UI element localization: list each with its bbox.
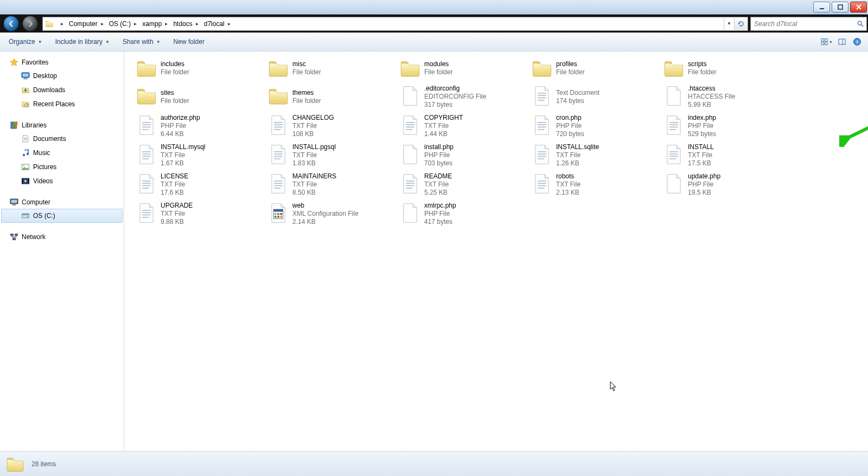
organize-button[interactable]: Organize▼ — [4, 35, 47, 48]
file-item[interactable]: MAINTAINERSTXT File8.50 KB — [265, 170, 397, 199]
share-with-button[interactable]: Share with▼ — [118, 35, 165, 48]
sidebar-libraries-header[interactable]: Libraries — [0, 119, 124, 132]
file-icon — [531, 85, 553, 107]
include-in-library-button[interactable]: Include in library▼ — [51, 35, 114, 48]
music-icon — [21, 149, 30, 157]
file-item[interactable]: scriptsFile folder — [660, 55, 792, 82]
file-type: TXT File — [161, 151, 205, 159]
file-icon — [531, 114, 553, 137]
address-bar[interactable]: ▸ Computer▸ OS (C:)▸ xampp▸ htdocs▸ d7lo… — [42, 17, 748, 31]
sidebar-network-header[interactable]: Network — [0, 230, 124, 243]
change-view-button[interactable]: ▼ — [820, 35, 833, 48]
new-folder-button[interactable]: New folder — [169, 35, 209, 48]
file-size: 5.99 KB — [688, 101, 735, 109]
file-name: xmlrpc.php — [424, 202, 456, 210]
file-item[interactable]: .editorconfigEDITORCONFIG File317 bytes — [397, 82, 528, 111]
folder-icon — [531, 57, 553, 80]
file-item[interactable]: cron.phpPHP File720 bytes — [528, 112, 660, 140]
file-item[interactable]: INSTALLTXT File17.5 KB — [660, 141, 792, 170]
sidebar-item-documents[interactable]: Documents — [1, 132, 123, 146]
file-item[interactable]: install.phpPHP File703 bytes — [397, 141, 528, 170]
chevron-right-icon: ▸ — [226, 21, 232, 27]
file-icon — [663, 114, 685, 137]
chevron-down-icon: ▼ — [105, 40, 110, 44]
navigation-bar: ▸ Computer▸ OS (C:)▸ xampp▸ htdocs▸ d7lo… — [0, 15, 868, 33]
sidebar-item-downloads[interactable]: Downloads — [1, 83, 123, 97]
file-name: sites — [161, 89, 189, 97]
close-button[interactable] — [850, 2, 867, 12]
file-item[interactable]: .htaccessHTACCESS File5.99 KB — [660, 82, 792, 111]
file-size: 1.44 KB — [424, 130, 463, 138]
file-size: 1.67 KB — [161, 159, 205, 168]
file-item[interactable]: miscFile folder — [265, 55, 397, 82]
file-item[interactable]: update.phpPHP File19.5 KB — [660, 170, 792, 199]
breadcrumb-sep[interactable]: ▸ — [56, 17, 66, 30]
file-type: TXT File — [161, 210, 193, 218]
file-name: README — [424, 172, 452, 181]
file-item[interactable]: profilesFile folder — [528, 55, 660, 82]
sidebar-item-os-c[interactable]: OS (C:) — [1, 209, 123, 223]
file-icon — [531, 172, 553, 195]
file-name: CHANGELOG — [292, 114, 334, 122]
file-item[interactable]: includesFile folder — [133, 55, 265, 82]
forward-button[interactable] — [22, 16, 38, 31]
file-type: TXT File — [688, 151, 714, 159]
sidebar-item-pictures[interactable]: Pictures — [1, 160, 123, 174]
folder-icon — [45, 20, 54, 28]
sidebar-item-music[interactable]: Music — [1, 146, 123, 160]
file-icon — [136, 114, 157, 137]
file-item[interactable]: xmlrpc.phpPHP File417 bytes — [397, 200, 528, 228]
file-item[interactable]: LICENSETXT File17.6 KB — [133, 170, 265, 199]
preview-pane-button[interactable] — [835, 35, 848, 48]
file-item[interactable]: sitesFile folder — [133, 82, 265, 111]
computer-icon — [10, 198, 18, 207]
search-input[interactable] — [751, 18, 854, 29]
minimize-button[interactable] — [813, 2, 830, 12]
desktop-icon — [21, 72, 30, 80]
file-type: File folder — [292, 97, 321, 105]
file-item[interactable]: UPGRADETXT File9.88 KB — [133, 200, 265, 228]
file-size: 703 bytes — [424, 159, 454, 168]
file-item[interactable]: INSTALL.mysqlTXT File1.67 KB — [133, 141, 265, 170]
breadcrumb-computer[interactable]: Computer▸ — [66, 17, 106, 30]
breadcrumb-xampp[interactable]: xampp▸ — [139, 17, 170, 30]
file-item[interactable]: READMETXT File5.25 KB — [397, 170, 528, 199]
refresh-button[interactable] — [734, 18, 748, 30]
file-item[interactable]: COPYRIGHTTXT File1.44 KB — [397, 112, 528, 140]
breadcrumb-drive[interactable]: OS (C:)▸ — [106, 17, 139, 30]
file-item[interactable]: modulesFile folder — [397, 55, 528, 82]
sidebar-computer-header[interactable]: Computer — [0, 196, 124, 209]
sidebar-item-videos[interactable]: Videos — [1, 174, 123, 188]
file-item[interactable]: index.phpPHP File529 bytes — [660, 112, 792, 140]
sidebar-favorites-header[interactable]: Favorites — [0, 56, 124, 69]
file-icon — [663, 143, 685, 166]
file-item[interactable]: themesFile folder — [265, 82, 397, 111]
chevron-right-icon: ▸ — [163, 21, 169, 27]
file-item[interactable]: INSTALL.pgsqlTXT File1.83 KB — [265, 141, 397, 170]
file-icon — [267, 143, 289, 166]
breadcrumb-htdocs[interactable]: htdocs▸ — [170, 17, 200, 30]
file-item[interactable]: robotsTXT File2.13 KB — [528, 170, 660, 199]
back-button[interactable] — [3, 16, 19, 31]
address-history-button[interactable]: ▼ — [724, 18, 734, 30]
file-item[interactable]: Text Document174 bytes — [528, 82, 660, 111]
search-icon[interactable] — [854, 20, 866, 28]
file-item[interactable]: authorize.phpPHP File6.44 KB — [133, 112, 265, 140]
breadcrumb-d7local[interactable]: d7local▸ — [201, 17, 233, 30]
file-item[interactable]: INSTALL.sqliteTXT File1.26 KB — [528, 141, 660, 170]
sidebar-item-recent-places[interactable]: Recent Places — [1, 97, 123, 111]
file-size: 2.13 KB — [556, 189, 580, 197]
file-list[interactable]: includesFile foldermiscFile foldermodule… — [124, 52, 868, 451]
sidebar-item-desktop[interactable]: Desktop — [1, 69, 123, 83]
svg-rect-49 — [821, 42, 824, 45]
file-item[interactable]: CHANGELOGTXT File108 KB — [265, 112, 397, 140]
search-box[interactable] — [750, 17, 867, 31]
file-icon — [267, 114, 289, 137]
file-type: PHP File — [424, 151, 454, 159]
file-icon — [399, 143, 421, 166]
maximize-button[interactable] — [832, 2, 848, 12]
file-name: index.php — [688, 114, 716, 122]
file-item[interactable]: webXML Configuration File2.14 KB — [265, 200, 397, 228]
file-type: TXT File — [292, 122, 334, 130]
help-button[interactable] — [851, 35, 864, 48]
